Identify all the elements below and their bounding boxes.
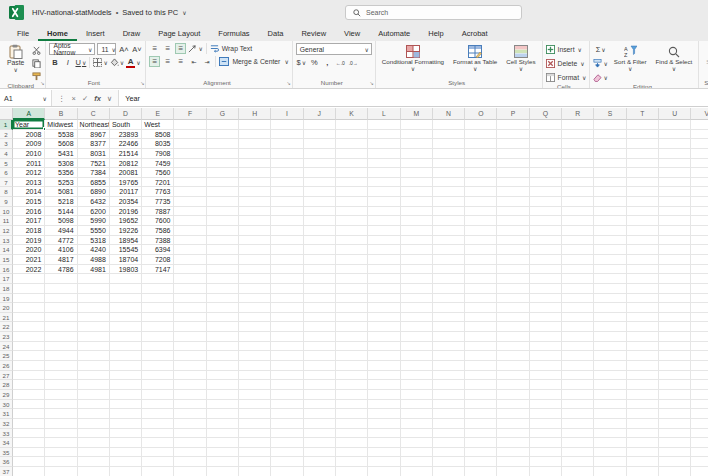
cell-D4[interactable]: 21514 bbox=[110, 149, 142, 159]
tab-help[interactable]: Help bbox=[419, 25, 452, 41]
cell-N37[interactable] bbox=[433, 467, 465, 476]
cell-L29[interactable] bbox=[368, 390, 400, 400]
cell-M3[interactable] bbox=[401, 139, 433, 149]
cell-G4[interactable] bbox=[207, 149, 239, 159]
cell-J37[interactable] bbox=[304, 467, 336, 476]
cell-O21[interactable] bbox=[465, 313, 497, 323]
cell-F35[interactable] bbox=[174, 448, 206, 458]
column-header-G[interactable]: G bbox=[207, 108, 239, 120]
cell-C5[interactable]: 7521 bbox=[78, 159, 110, 169]
cell-A19[interactable] bbox=[13, 294, 45, 304]
cell-M13[interactable] bbox=[401, 236, 433, 246]
cell-R3[interactable] bbox=[562, 139, 594, 149]
cell-F6[interactable] bbox=[174, 168, 206, 178]
cell-A2[interactable]: 2008 bbox=[13, 130, 45, 140]
cell-N6[interactable] bbox=[433, 168, 465, 178]
cell-O14[interactable] bbox=[465, 245, 497, 255]
cell-U36[interactable] bbox=[659, 457, 691, 467]
cell-K20[interactable] bbox=[336, 303, 368, 313]
cell-A5[interactable]: 2011 bbox=[13, 159, 45, 169]
cell-G30[interactable] bbox=[207, 400, 239, 410]
conditional-formatting-button[interactable]: Conditional Formatting∨ bbox=[379, 43, 447, 74]
cell-C17[interactable] bbox=[78, 274, 110, 284]
cell-M30[interactable] bbox=[401, 400, 433, 410]
cell-F29[interactable] bbox=[174, 390, 206, 400]
cell-E8[interactable]: 7763 bbox=[142, 187, 174, 197]
cell-B7[interactable]: 5253 bbox=[45, 178, 77, 188]
cell-G12[interactable] bbox=[207, 226, 239, 236]
cell-J32[interactable] bbox=[304, 419, 336, 429]
cell-C22[interactable] bbox=[78, 322, 110, 332]
cell-I34[interactable] bbox=[271, 438, 303, 448]
cell-M36[interactable] bbox=[401, 457, 433, 467]
column-header-I[interactable]: I bbox=[271, 108, 303, 120]
cell-T19[interactable] bbox=[627, 294, 659, 304]
cell-N14[interactable] bbox=[433, 245, 465, 255]
cell-E11[interactable]: 7600 bbox=[142, 216, 174, 226]
cell-M4[interactable] bbox=[401, 149, 433, 159]
cell-C25[interactable] bbox=[78, 351, 110, 361]
cell-L26[interactable] bbox=[368, 361, 400, 371]
cell-L24[interactable] bbox=[368, 342, 400, 352]
cell-R21[interactable] bbox=[562, 313, 594, 323]
cell-O27[interactable] bbox=[465, 371, 497, 381]
cell-C29[interactable] bbox=[78, 390, 110, 400]
cell-R17[interactable] bbox=[562, 274, 594, 284]
cell-V26[interactable] bbox=[691, 361, 708, 371]
cell-C6[interactable]: 7384 bbox=[78, 168, 110, 178]
cell-H12[interactable] bbox=[239, 226, 271, 236]
cell-J23[interactable] bbox=[304, 332, 336, 342]
cell-P26[interactable] bbox=[497, 361, 529, 371]
cell-A14[interactable]: 2020 bbox=[13, 245, 45, 255]
font-size-select[interactable]: 11∨ bbox=[97, 43, 116, 55]
cell-G35[interactable] bbox=[207, 448, 239, 458]
cell-T22[interactable] bbox=[627, 322, 659, 332]
cell-M7[interactable] bbox=[401, 178, 433, 188]
cell-O30[interactable] bbox=[465, 400, 497, 410]
cell-J11[interactable] bbox=[304, 216, 336, 226]
cell-I3[interactable] bbox=[271, 139, 303, 149]
cell-N26[interactable] bbox=[433, 361, 465, 371]
fill-color-button[interactable]: ∨ bbox=[110, 57, 124, 68]
cell-B24[interactable] bbox=[45, 342, 77, 352]
cell-N10[interactable] bbox=[433, 207, 465, 217]
cell-G11[interactable] bbox=[207, 216, 239, 226]
increase-decimal-button[interactable]: ←.0 bbox=[335, 57, 346, 68]
cell-I17[interactable] bbox=[271, 274, 303, 284]
clipboard-dialog-launcher[interactable]: ↘ bbox=[40, 80, 44, 86]
cell-I9[interactable] bbox=[271, 197, 303, 207]
cell-A11[interactable]: 2017 bbox=[13, 216, 45, 226]
cell-L4[interactable] bbox=[368, 149, 400, 159]
format-as-table-button[interactable]: Format as Table∨ bbox=[450, 43, 500, 74]
cell-B10[interactable]: 5144 bbox=[45, 207, 77, 217]
cell-V35[interactable] bbox=[691, 448, 708, 458]
cell-D11[interactable]: 19652 bbox=[110, 216, 142, 226]
cell-U18[interactable] bbox=[659, 284, 691, 294]
cell-K28[interactable] bbox=[336, 380, 368, 390]
cell-F14[interactable] bbox=[174, 245, 206, 255]
cell-L2[interactable] bbox=[368, 130, 400, 140]
cell-P3[interactable] bbox=[497, 139, 529, 149]
cell-H34[interactable] bbox=[239, 438, 271, 448]
cell-O4[interactable] bbox=[465, 149, 497, 159]
cell-Q30[interactable] bbox=[530, 400, 562, 410]
cell-U4[interactable] bbox=[659, 149, 691, 159]
cell-K24[interactable] bbox=[336, 342, 368, 352]
cell-I2[interactable] bbox=[271, 130, 303, 140]
cell-O10[interactable] bbox=[465, 207, 497, 217]
cell-S32[interactable] bbox=[594, 419, 626, 429]
cell-V32[interactable] bbox=[691, 419, 708, 429]
cell-Q23[interactable] bbox=[530, 332, 562, 342]
cell-U22[interactable] bbox=[659, 322, 691, 332]
cell-P35[interactable] bbox=[497, 448, 529, 458]
number-format-select[interactable]: General∨ bbox=[296, 43, 372, 55]
cell-H10[interactable] bbox=[239, 207, 271, 217]
cell-N25[interactable] bbox=[433, 351, 465, 361]
cell-L31[interactable] bbox=[368, 409, 400, 419]
cell-M23[interactable] bbox=[401, 332, 433, 342]
cell-D23[interactable] bbox=[110, 332, 142, 342]
cell-N21[interactable] bbox=[433, 313, 465, 323]
cell-U7[interactable] bbox=[659, 178, 691, 188]
column-header-M[interactable]: M bbox=[401, 108, 433, 120]
cell-F25[interactable] bbox=[174, 351, 206, 361]
